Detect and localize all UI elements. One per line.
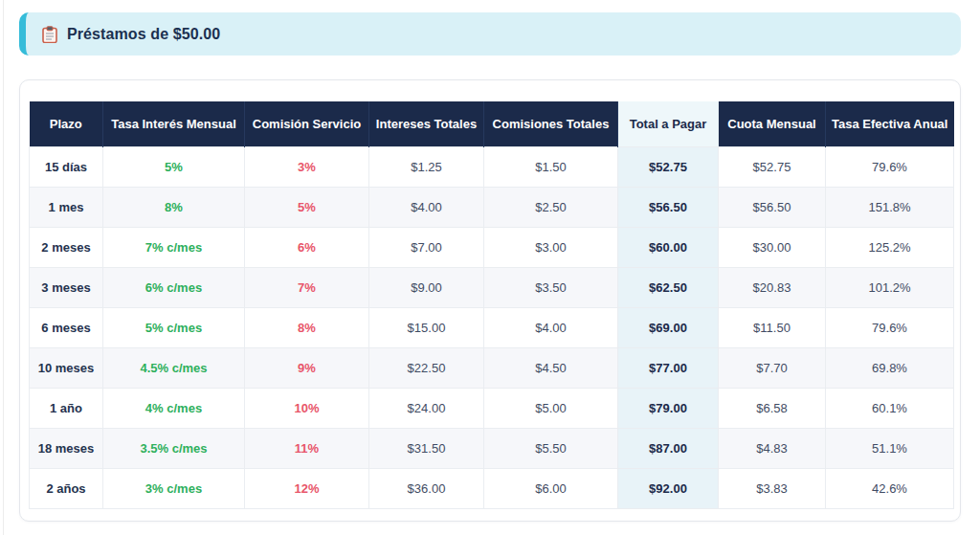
cell-total-a-pagar: $87.00: [618, 428, 719, 468]
cell-cuota-mensual: $52.75: [719, 146, 826, 187]
table-row: 10 meses4.5% c/mes9%$22.50$4.50$77.00$7.…: [30, 347, 954, 388]
cell-plazo: 10 meses: [30, 347, 103, 388]
cell-comisiones-totales: $5.50: [484, 428, 618, 468]
cell-comisiones-totales: $3.50: [484, 267, 618, 307]
cell-tasa-interes-mensual: 8%: [103, 187, 245, 227]
cell-plazo: 2 años: [30, 468, 103, 508]
cell-comision-servicio: 9%: [245, 347, 369, 388]
cell-tasa-interes-mensual: 7% c/mes: [103, 227, 245, 267]
cell-cuota-mensual: $20.83: [719, 267, 826, 307]
cell-comision-servicio: 11%: [245, 428, 369, 468]
table-row: 2 años3% c/mes12%$36.00$6.00$92.00$3.834…: [30, 468, 954, 508]
loan-table-card: Plazo Tasa Interés Mensual Comisión Serv…: [19, 79, 961, 522]
cell-tasa-efectiva-anual: 60.1%: [826, 388, 954, 428]
column-header-tasa-interes-mensual: Tasa Interés Mensual: [103, 101, 245, 146]
cell-cuota-mensual: $6.58: [719, 388, 826, 428]
cell-comisiones-totales: $5.00: [484, 388, 618, 428]
cell-cuota-mensual: $11.50: [719, 307, 826, 347]
loan-table-body: 15 días5%3%$1.25$1.50$52.75$52.7579.6%1 …: [30, 146, 954, 508]
cell-comision-servicio: 3%: [245, 146, 369, 187]
cell-plazo: 1 mes: [30, 187, 103, 227]
cell-tasa-efectiva-anual: 69.8%: [826, 347, 954, 388]
cell-plazo: 15 días: [30, 146, 103, 187]
cell-total-a-pagar: $77.00: [618, 347, 719, 388]
cell-tasa-interes-mensual: 3.5% c/mes: [103, 428, 245, 468]
cell-tasa-efectiva-anual: 79.6%: [826, 146, 954, 187]
page-edge-divider: [3, 0, 4, 535]
cell-plazo: 1 año: [30, 388, 103, 428]
table-row: 1 año4% c/mes10%$24.00$5.00$79.00$6.5860…: [30, 388, 954, 428]
table-row: 3 meses6% c/mes7%$9.00$3.50$62.50$20.831…: [30, 267, 954, 307]
cell-plazo: 6 meses: [30, 307, 103, 347]
cell-comisiones-totales: $4.00: [484, 307, 618, 347]
cell-total-a-pagar: $62.50: [618, 267, 719, 307]
cell-intereses-totales: $15.00: [369, 307, 484, 347]
cell-comision-servicio: 10%: [245, 388, 369, 428]
cell-tasa-efectiva-anual: 151.8%: [826, 187, 954, 227]
cell-cuota-mensual: $7.70: [719, 347, 826, 388]
cell-plazo: 3 meses: [30, 267, 103, 307]
cell-intereses-totales: $9.00: [369, 267, 484, 307]
column-header-cuota-mensual: Cuota Mensual: [719, 101, 826, 146]
cell-intereses-totales: $22.50: [369, 347, 484, 388]
table-row: 18 meses3.5% c/mes11%$31.50$5.50$87.00$4…: [30, 428, 954, 468]
column-header-tasa-efectiva-anual: Tasa Efectiva Anual: [826, 101, 954, 146]
table-row: 6 meses5% c/mes8%$15.00$4.00$69.00$11.50…: [30, 307, 954, 347]
cell-comisiones-totales: $1.50: [484, 146, 618, 187]
cell-total-a-pagar: $52.75: [618, 146, 719, 187]
cell-cuota-mensual: $3.83: [719, 468, 826, 508]
cell-tasa-interes-mensual: 4% c/mes: [103, 388, 245, 428]
cell-intereses-totales: $24.00: [369, 388, 484, 428]
cell-comision-servicio: 5%: [245, 187, 369, 227]
cell-comision-servicio: 6%: [245, 227, 369, 267]
column-header-intereses-totales: Intereses Totales: [369, 101, 484, 146]
table-row: 1 mes8%5%$4.00$2.50$56.50$56.50151.8%: [30, 187, 954, 227]
cell-intereses-totales: $1.25: [369, 146, 484, 187]
table-row: 15 días5%3%$1.25$1.50$52.75$52.7579.6%: [30, 146, 954, 187]
cell-cuota-mensual: $4.83: [719, 428, 826, 468]
cell-tasa-interes-mensual: 6% c/mes: [103, 267, 245, 307]
cell-tasa-efectiva-anual: 51.1%: [826, 428, 954, 468]
cell-tasa-efectiva-anual: 79.6%: [826, 307, 954, 347]
cell-comisiones-totales: $2.50: [484, 187, 618, 227]
cell-intereses-totales: $7.00: [369, 227, 484, 267]
cell-intereses-totales: $4.00: [369, 187, 484, 227]
cell-tasa-interes-mensual: 4.5% c/mes: [103, 347, 245, 388]
cell-intereses-totales: $36.00: [369, 468, 484, 508]
page: Préstamos de $50.00 Plazo Tasa Interés M…: [0, 0, 980, 535]
cell-tasa-efectiva-anual: 42.6%: [826, 468, 954, 508]
cell-tasa-interes-mensual: 5%: [103, 146, 245, 187]
column-header-comisiones-totales: Comisiones Totales: [484, 101, 618, 146]
cell-comisiones-totales: $4.50: [484, 347, 618, 388]
cell-cuota-mensual: $56.50: [719, 187, 826, 227]
cell-intereses-totales: $31.50: [369, 428, 484, 468]
loan-table: Plazo Tasa Interés Mensual Comisión Serv…: [29, 101, 954, 509]
cell-cuota-mensual: $30.00: [719, 227, 826, 267]
cell-tasa-efectiva-anual: 101.2%: [826, 267, 954, 307]
cell-tasa-efectiva-anual: 125.2%: [826, 227, 954, 267]
cell-plazo: 18 meses: [30, 428, 103, 468]
cell-total-a-pagar: $69.00: [618, 307, 719, 347]
cell-tasa-interes-mensual: 3% c/mes: [103, 468, 245, 508]
cell-comision-servicio: 12%: [245, 468, 369, 508]
cell-plazo: 2 meses: [30, 227, 103, 267]
page-title: Préstamos de $50.00: [67, 26, 220, 43]
table-header-row: Plazo Tasa Interés Mensual Comisión Serv…: [30, 101, 954, 146]
cell-tasa-interes-mensual: 5% c/mes: [103, 307, 245, 347]
cell-comisiones-totales: $6.00: [484, 468, 618, 508]
cell-total-a-pagar: $79.00: [618, 388, 719, 428]
cell-comisiones-totales: $3.00: [484, 227, 618, 267]
cell-comision-servicio: 7%: [245, 267, 369, 307]
loan-banner: Préstamos de $50.00: [19, 12, 961, 56]
column-header-plazo: Plazo: [30, 101, 103, 146]
column-header-comision-servicio: Comisión Servicio: [245, 101, 369, 146]
cell-total-a-pagar: $56.50: [618, 187, 719, 227]
clipboard-icon: [42, 26, 57, 43]
cell-total-a-pagar: $92.00: [618, 468, 719, 508]
table-row: 2 meses7% c/mes6%$7.00$3.00$60.00$30.001…: [30, 227, 954, 267]
column-header-total-a-pagar: Total a Pagar: [618, 101, 719, 146]
cell-total-a-pagar: $60.00: [618, 227, 719, 267]
cell-comision-servicio: 8%: [245, 307, 369, 347]
